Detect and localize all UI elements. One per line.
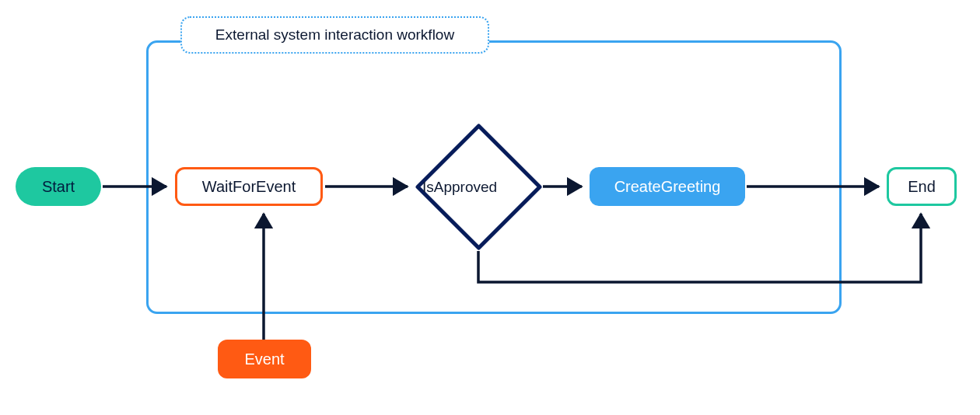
wait-for-event-node: WaitForEvent [175,167,323,206]
event-label: Event [244,350,284,368]
create-greeting-label: CreateGreeting [614,178,721,196]
create-greeting-node: CreateGreeting [590,167,745,206]
is-approved-label: IsApproved [422,179,497,196]
workflow-title-box: External system interaction workflow [180,16,489,54]
is-approved-node: IsApproved [422,179,497,196]
workflow-diagram: External system interaction workflow Sta… [0,0,980,415]
end-label: End [908,178,936,196]
event-node: Event [218,340,311,378]
start-node: Start [16,167,101,206]
end-node: End [887,167,957,206]
wait-label: WaitForEvent [202,178,296,196]
workflow-title-text: External system interaction workflow [215,26,454,44]
start-label: Start [42,178,75,196]
